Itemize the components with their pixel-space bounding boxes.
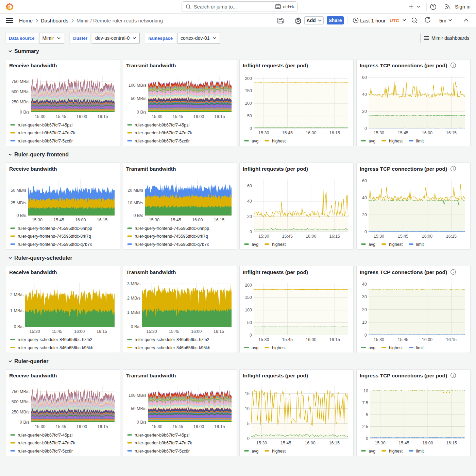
svg-text:avg: avg [252, 449, 258, 454]
svg-text:20: 20 [247, 214, 252, 219]
svg-text:0 B/s: 0 B/s [131, 324, 140, 329]
svg-text:10: 10 [362, 320, 367, 325]
svg-text:16:00: 16:00 [306, 337, 316, 342]
svg-text:16:15: 16:15 [214, 114, 225, 119]
svg-text:16:00: 16:00 [191, 329, 201, 334]
svg-text:40: 40 [362, 196, 367, 200]
svg-text:15:30: 15:30 [152, 424, 162, 429]
svg-text:limit: limit [416, 139, 424, 143]
svg-text:0 B/s: 0 B/s [20, 420, 30, 425]
svg-text:16:00: 16:00 [422, 441, 433, 445]
svg-text:16:15: 16:15 [97, 424, 108, 429]
svg-text:0: 0 [250, 333, 252, 338]
svg-text:ruler-querier-b9b67fcf7-45pzl: ruler-querier-b9b67fcf7-45pzl [135, 433, 189, 438]
svg-text:2 MB/s: 2 MB/s [10, 292, 23, 297]
svg-text:ruler-query-frontend-745595dfd: ruler-query-frontend-745595dfdc-8rk7q [135, 234, 208, 239]
svg-text:15:30: 15:30 [373, 131, 384, 135]
svg-text:60: 60 [362, 178, 367, 183]
svg-text:15:30: 15:30 [375, 441, 385, 445]
svg-text:16:15: 16:15 [97, 218, 107, 222]
svg-text:16:15: 16:15 [213, 329, 224, 334]
svg-text:2.5: 2.5 [362, 424, 368, 429]
svg-text:5: 5 [247, 421, 250, 426]
svg-text:Inflight requests (per pod): Inflight requests (per pod) [243, 166, 308, 172]
svg-text:ruler-query-frontend-745595dfd: ruler-query-frontend-745595dfdc-q7b7x [18, 242, 92, 247]
svg-text:16:15: 16:15 [329, 131, 340, 135]
svg-text:Transmit bandwidth: Transmit bandwidth [126, 373, 176, 378]
svg-text:50 MB/s: 50 MB/s [131, 406, 146, 411]
svg-text:15:30: 15:30 [35, 114, 45, 119]
svg-text:16:00: 16:00 [74, 329, 85, 334]
svg-text:ruler-query-scheduler-846b656b: ruler-query-scheduler-846b656bc-k95kh [135, 345, 210, 350]
svg-text:limit: limit [416, 242, 424, 247]
svg-text:100: 100 [245, 308, 252, 312]
svg-text:avg: avg [369, 345, 375, 350]
svg-text:0 B/s: 0 B/s [14, 324, 24, 329]
svg-text:15:45: 15:45 [170, 218, 181, 222]
svg-text:ruler-querier-b9b67fcf7-5zc8r: ruler-querier-b9b67fcf7-5zc8r [18, 449, 73, 454]
svg-text:ruler-querier-b9b67fcf7-45pzl: ruler-querier-b9b67fcf7-45pzl [135, 123, 189, 128]
svg-text:10: 10 [245, 406, 250, 411]
svg-text:16:00: 16:00 [76, 114, 87, 119]
svg-text:avg: avg [369, 139, 375, 143]
svg-text:15: 15 [245, 391, 250, 396]
svg-text:highest: highest [272, 139, 286, 143]
svg-text:15:30: 15:30 [373, 234, 384, 239]
svg-text:750 MB/s: 750 MB/s [12, 389, 30, 394]
svg-text:16:00: 16:00 [422, 131, 432, 135]
svg-text:15:45: 15:45 [53, 218, 64, 222]
svg-text:15:30: 15:30 [32, 218, 42, 222]
svg-text:Ingress TCP connections (per p: Ingress TCP connections (per pod) [360, 373, 447, 378]
svg-text:0 B/s: 0 B/s [133, 213, 143, 218]
svg-text:15:45: 15:45 [52, 329, 62, 334]
svg-text:ruler-query-frontend-745595dfd: ruler-query-frontend-745595dfdc-q7b7x [135, 242, 209, 247]
svg-text:15:45: 15:45 [397, 337, 408, 342]
svg-text:16:00: 16:00 [193, 114, 204, 119]
svg-text:30: 30 [362, 294, 367, 299]
svg-text:15:45: 15:45 [55, 114, 66, 119]
svg-text:16:00: 16:00 [192, 218, 203, 222]
svg-text:40: 40 [247, 199, 252, 204]
svg-text:ruler-querier-b9b67fcf7-47m7k: ruler-querier-b9b67fcf7-47m7k [135, 131, 192, 135]
svg-text:15:30: 15:30 [258, 234, 269, 239]
svg-text:Transmit bandwidth: Transmit bandwidth [126, 269, 176, 275]
svg-text:16:15: 16:15 [329, 337, 340, 342]
svg-text:Inflight requests (per pod): Inflight requests (per pod) [243, 373, 308, 378]
svg-text:Inflight requests (per pod): Inflight requests (per pod) [243, 269, 308, 275]
svg-text:16:00: 16:00 [75, 218, 86, 222]
svg-text:avg: avg [252, 345, 258, 350]
svg-text:15:45: 15:45 [282, 337, 293, 342]
svg-text:20: 20 [362, 109, 367, 114]
svg-text:ruler-query-frontend-745595dfd: ruler-query-frontend-745595dfdc-8rk7q [18, 234, 91, 239]
svg-text:highest: highest [389, 449, 403, 454]
svg-text:Ingress TCP connections (per p: Ingress TCP connections (per pod) [360, 269, 447, 275]
svg-text:16:15: 16:15 [329, 234, 340, 239]
svg-text:15:45: 15:45 [172, 114, 183, 119]
svg-text:ruler-querier-b9b67fcf7-5zc8r: ruler-querier-b9b67fcf7-5zc8r [18, 139, 73, 143]
svg-text:200: 200 [245, 283, 252, 288]
svg-text:16:15: 16:15 [446, 441, 457, 445]
svg-text:ruler-query-frontend-745595dfd: ruler-query-frontend-745595dfdc-6hnpp [18, 226, 92, 231]
svg-text:0 B/s: 0 B/s [137, 420, 147, 425]
svg-text:16:00: 16:00 [76, 424, 87, 429]
svg-text:Inflight requests (per pod): Inflight requests (per pod) [243, 63, 308, 68]
svg-text:15:30: 15:30 [146, 329, 157, 334]
svg-text:5: 5 [366, 412, 368, 417]
svg-text:16:00: 16:00 [306, 131, 316, 135]
svg-text:highest: highest [272, 242, 286, 247]
svg-text:50 MB/s: 50 MB/s [131, 96, 146, 101]
svg-text:15:30: 15:30 [149, 218, 159, 222]
svg-text:10 MB/s: 10 MB/s [128, 201, 143, 205]
svg-text:750 MB/s: 750 MB/s [12, 79, 30, 84]
svg-text:15:30: 15:30 [258, 337, 269, 342]
svg-text:limit: limit [416, 345, 424, 350]
svg-text:15:30: 15:30 [29, 329, 40, 334]
svg-text:500 MB/s: 500 MB/s [12, 400, 30, 404]
svg-text:15:45: 15:45 [172, 424, 183, 429]
svg-text:15:45: 15:45 [398, 441, 409, 445]
svg-text:16:15: 16:15 [97, 114, 108, 119]
svg-text:ruler-query-frontend-745595dfd: ruler-query-frontend-745595dfdc-6hnpp [135, 226, 209, 231]
svg-text:Transmit bandwidth: Transmit bandwidth [126, 63, 176, 68]
svg-text:0 B/s: 0 B/s [17, 213, 27, 218]
svg-text:ruler-query-scheduler-846b656b: ruler-query-scheduler-846b656bc-hzf52 [18, 337, 92, 342]
